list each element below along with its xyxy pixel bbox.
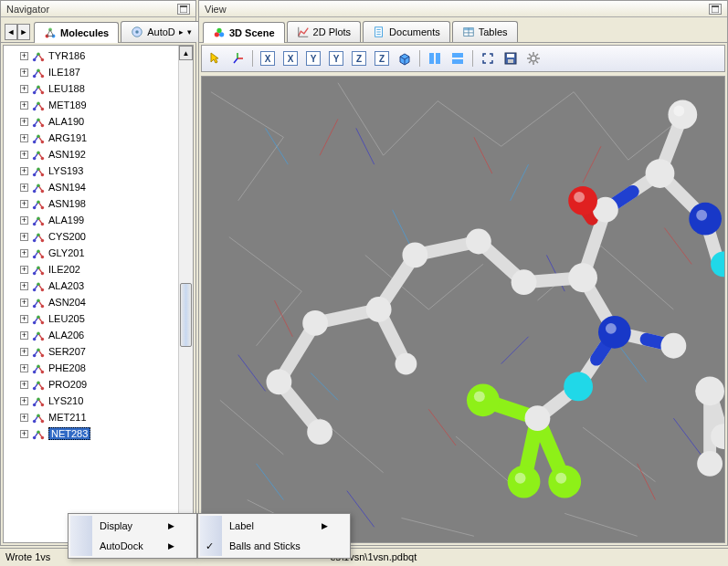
expand-icon[interactable]: + <box>20 249 28 257</box>
expand-icon[interactable]: + <box>20 430 28 438</box>
expand-icon[interactable]: + <box>20 381 28 389</box>
residue-row[interactable]: +CYS200 <box>4 228 193 245</box>
expand-icon[interactable]: + <box>20 414 28 422</box>
residue-row[interactable]: +LEU188 <box>4 80 193 97</box>
context-menu-primary: Display ▶ AutoDock ▶ <box>68 513 197 559</box>
save-button[interactable] <box>501 48 521 68</box>
view-minimize-button[interactable] <box>709 4 722 15</box>
residue-row[interactable]: +ILE202 <box>4 261 193 278</box>
residue-row[interactable]: +ALA206 <box>4 327 193 343</box>
navigator-minimize-button[interactable] <box>177 4 190 15</box>
menu-item-balls-sticks-label: Balls and Sticks <box>229 540 301 551</box>
axes-tool-button[interactable] <box>227 48 248 68</box>
select-tool-button[interactable] <box>205 48 225 68</box>
svg-point-245 <box>307 419 332 445</box>
residue-row[interactable]: +ALA203 <box>4 278 193 294</box>
residue-tree[interactable]: +TYR186+ILE187+LEU188+MET189+ALA190+ARG1… <box>3 45 194 543</box>
svg-point-238 <box>512 269 537 295</box>
residue-row[interactable]: +ASN194 <box>4 179 193 195</box>
svg-point-38 <box>37 135 40 139</box>
tab-scroll-left-button[interactable]: ◄ <box>5 24 17 40</box>
menu-item-display[interactable]: Display ▶ <box>70 516 195 536</box>
expand-icon[interactable]: + <box>20 85 28 93</box>
svg-point-119 <box>41 404 45 407</box>
tab-documents[interactable]: Documents <box>363 21 450 42</box>
expand-icon[interactable]: + <box>20 151 28 159</box>
expand-icon[interactable]: + <box>20 397 28 405</box>
axis-x-button[interactable]: X <box>258 48 278 68</box>
3d-viewport[interactable] <box>201 76 725 543</box>
expand-icon[interactable]: + <box>20 216 28 225</box>
expand-icon[interactable]: + <box>20 101 28 110</box>
residue-row[interactable]: +ASN204 <box>4 294 193 310</box>
expand-icon[interactable]: + <box>20 315 28 323</box>
residue-row[interactable]: +MET189 <box>4 97 193 113</box>
cube-view-button[interactable] <box>395 48 415 68</box>
residue-icon <box>32 279 45 292</box>
axis-z-button[interactable]: Z <box>372 48 392 68</box>
expand-icon[interactable]: + <box>20 134 28 142</box>
menu-item-autodock[interactable]: AutoDock ▶ <box>70 536 195 556</box>
tab-2d-plots[interactable]: 2D Plots <box>287 21 362 42</box>
expand-icon[interactable]: + <box>20 118 28 126</box>
residue-icon <box>32 427 45 440</box>
residue-label: MET189 <box>48 100 87 110</box>
svg-line-163 <box>536 54 538 56</box>
expand-icon[interactable]: + <box>20 364 28 372</box>
residue-row[interactable]: +GLY201 <box>4 245 193 261</box>
axis-z-button[interactable]: Z <box>349 48 369 68</box>
axis-y-button[interactable]: Y <box>303 48 323 68</box>
residue-row[interactable]: +ASN192 <box>4 146 193 162</box>
svg-point-262 <box>555 473 566 484</box>
residue-row[interactable]: +ALA199 <box>4 212 193 228</box>
tab-3d-scene[interactable]: 3D Scene <box>203 22 285 43</box>
residue-row[interactable]: +MET211 <box>4 409 193 425</box>
residue-row[interactable]: +ALA190 <box>4 113 193 130</box>
expand-icon[interactable]: + <box>20 299 28 307</box>
residue-row[interactable]: +ARG191 <box>4 130 193 146</box>
residue-row[interactable]: +ILE187 <box>4 64 193 80</box>
scrollbar-track[interactable]: ▲ ▼ <box>178 46 193 542</box>
menu-item-balls-and-sticks[interactable]: ✓ Balls and Sticks <box>200 536 348 556</box>
menu-item-display-label: Display <box>100 520 132 531</box>
residue-row[interactable]: +LEU205 <box>4 310 193 327</box>
svg-point-69 <box>41 239 45 243</box>
residue-row[interactable]: +ASN198 <box>4 195 193 212</box>
fullscreen-button[interactable] <box>478 48 498 68</box>
expand-icon[interactable]: + <box>20 183 28 192</box>
svg-point-128 <box>37 431 40 435</box>
svg-point-255 <box>697 451 723 477</box>
layout-b-button[interactable] <box>448 48 468 68</box>
scrollbar-up-button[interactable]: ▲ <box>179 46 193 60</box>
expand-icon[interactable]: + <box>20 282 28 290</box>
residue-row[interactable]: +SER207 <box>4 343 193 360</box>
settings-button[interactable] <box>523 48 543 68</box>
residue-row[interactable]: +PHE208 <box>4 360 193 376</box>
svg-point-117 <box>33 404 37 407</box>
residue-row[interactable]: +TYR186 <box>4 47 193 64</box>
expand-icon[interactable]: + <box>20 200 28 208</box>
axis-x-button[interactable]: X <box>280 48 301 68</box>
svg-point-17 <box>33 75 37 79</box>
svg-point-103 <box>37 349 40 352</box>
tab-scroll-right-button[interactable]: ► <box>17 24 30 40</box>
expand-icon[interactable]: + <box>20 167 28 175</box>
layout-a-button[interactable] <box>425 48 445 68</box>
svg-point-83 <box>37 283 40 287</box>
axis-y-button[interactable]: Y <box>326 48 346 68</box>
scrollbar-thumb[interactable] <box>180 283 192 347</box>
expand-icon[interactable]: + <box>20 348 28 356</box>
residue-row[interactable]: +LYS193 <box>4 162 193 179</box>
expand-icon[interactable]: + <box>20 52 28 60</box>
expand-icon[interactable]: + <box>20 68 28 77</box>
residue-row[interactable]: +PRO209 <box>4 376 193 393</box>
tab-tables[interactable]: Tables <box>452 21 518 42</box>
tab-molecules[interactable]: Molecules <box>34 22 119 43</box>
residue-row[interactable]: +NET283 <box>4 425 193 442</box>
expand-icon[interactable]: + <box>20 266 28 274</box>
tab-autodock[interactable]: AutoD ▸ ▾ <box>121 21 202 42</box>
expand-icon[interactable]: + <box>20 233 28 241</box>
menu-item-label[interactable]: Label ▶ <box>200 516 348 536</box>
residue-row[interactable]: +LYS210 <box>4 393 193 409</box>
expand-icon[interactable]: + <box>20 331 28 340</box>
